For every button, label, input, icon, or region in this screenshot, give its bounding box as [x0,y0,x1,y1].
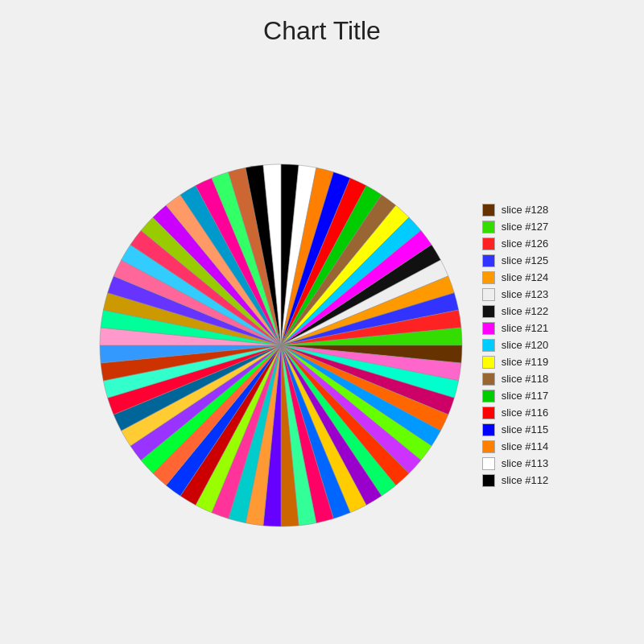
legend-color-box [482,390,495,402]
legend-color-box [482,288,495,301]
legend-label: slice #113 [502,457,549,469]
legend-label: slice #128 [502,204,549,216]
chart-title: Chart Title [263,16,381,46]
legend-color-box [482,356,495,369]
legend-color-box [482,407,495,419]
legend-label: slice #115 [502,423,549,436]
legend-item: slice #120 [482,339,549,352]
legend-color-box [482,271,495,284]
legend-color-box [482,322,495,335]
legend-item: slice #119 [482,356,549,369]
legend-color-box [482,373,495,386]
legend-color-box [482,423,495,436]
legend-item: slice #115 [482,423,549,436]
legend-item: slice #112 [482,474,549,487]
legend-item: slice #124 [482,271,549,284]
legend-color-box [482,339,495,352]
legend-item: slice #113 [482,457,549,470]
legend-label: slice #125 [502,254,549,266]
legend-item: slice #118 [482,373,549,386]
legend-item: slice #123 [482,288,549,301]
legend-label: slice #112 [502,474,549,486]
legend-item: slice #128 [482,204,549,217]
chart-body: slice #128slice #127slice #126slice #125… [0,54,644,644]
legend-label: slice #124 [502,271,549,283]
legend-item: slice #125 [482,254,549,267]
legend-item: slice #126 [482,237,549,250]
legend-label: slice #123 [502,288,549,300]
legend-label: slice #119 [502,356,549,368]
legend-color-box [482,221,495,233]
chart-container: Chart Title slice #128slice #127slice #1… [0,0,644,644]
legend-item: slice #122 [482,305,549,318]
legend: slice #128slice #127slice #126slice #125… [482,204,549,487]
legend-color-box [482,237,495,250]
legend-label: slice #116 [502,407,549,419]
legend-color-box [482,440,495,453]
legend-color-box [482,305,495,318]
legend-color-box [482,204,495,217]
legend-item: slice #127 [482,221,549,233]
legend-label: slice #118 [502,373,549,385]
legend-label: slice #127 [502,221,549,233]
legend-item: slice #114 [482,440,549,453]
pie-chart [96,160,466,530]
legend-item: slice #121 [482,322,549,335]
legend-label: slice #117 [502,390,549,402]
legend-color-box [482,474,495,487]
legend-label: slice #121 [502,322,549,334]
legend-label: slice #126 [502,237,549,250]
legend-item: slice #116 [482,407,549,419]
legend-color-box [482,457,495,470]
legend-color-box [482,254,495,267]
legend-item: slice #117 [482,390,549,402]
legend-label: slice #122 [502,305,549,317]
legend-label: slice #114 [502,440,549,452]
legend-label: slice #120 [502,339,549,351]
